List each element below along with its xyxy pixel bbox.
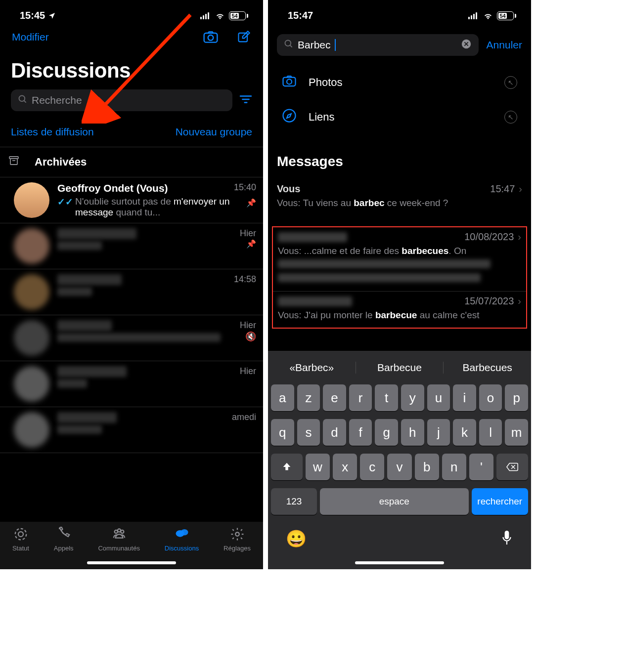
suggestion[interactable]: Barbecue (356, 362, 444, 374)
key-i[interactable]: i (453, 384, 476, 411)
tab-statut[interactable]: Statut (12, 527, 29, 552)
key-a[interactable]: a (271, 384, 294, 411)
avatar (14, 274, 49, 310)
home-indicator[interactable] (87, 561, 176, 564)
key-w[interactable]: w (306, 454, 330, 480)
key-y[interactable]: y (401, 384, 424, 411)
archived-row[interactable]: Archivées (0, 147, 263, 177)
search-input[interactable]: Recherche (11, 89, 232, 111)
chat-row[interactable]: amedi (0, 407, 263, 453)
svg-rect-0 (200, 17, 202, 19)
wifi-icon (483, 12, 493, 19)
key-h[interactable]: h (401, 419, 424, 446)
chat-row[interactable]: Hier 📌 (0, 223, 263, 269)
key-d[interactable]: d (323, 419, 346, 446)
svg-point-22 (235, 532, 239, 536)
key-u[interactable]: u (427, 384, 450, 411)
key-b[interactable]: b (415, 454, 439, 480)
svg-rect-35 (505, 531, 509, 539)
svg-rect-1 (203, 15, 204, 19)
key-n[interactable]: n (442, 454, 466, 480)
camera-icon (282, 75, 297, 90)
svg-point-15 (18, 532, 23, 537)
key-search[interactable]: rechercher (472, 488, 528, 515)
key-v[interactable]: v (387, 454, 411, 480)
mic-button[interactable] (500, 529, 513, 548)
key-apos[interactable]: ' (469, 454, 493, 480)
key-t[interactable]: t (375, 384, 398, 411)
key-l[interactable]: l (479, 419, 502, 446)
result-name-blurred (278, 296, 352, 306)
avatar (14, 412, 49, 448)
avatar (14, 182, 49, 218)
chat-name-blurred (57, 366, 127, 377)
key-g[interactable]: g (375, 419, 398, 446)
battery-icon: 54 (497, 11, 516, 20)
svg-rect-2 (205, 14, 207, 19)
key-f[interactable]: f (349, 419, 372, 446)
settings-icon (229, 527, 245, 542)
key-delete[interactable] (496, 454, 528, 480)
status-bar: 15:47 54 (268, 0, 531, 25)
key-c[interactable]: c (360, 454, 384, 480)
chat-row[interactable]: Geoffroy Ondet (Vous) 15:40 ✓✓ N'oublie … (0, 177, 263, 223)
cancel-button[interactable]: Annuler (487, 39, 522, 51)
new-group-button[interactable]: Nouveau groupe (176, 126, 252, 138)
signal-icon (468, 12, 479, 19)
chat-row[interactable]: 14:58 (0, 269, 263, 315)
avatar (14, 228, 49, 264)
text-cursor (335, 39, 336, 51)
key-s[interactable]: s (297, 419, 320, 446)
chat-list: Archivées Geoffroy Ondet (Vous) 15:40 ✓✓… (0, 147, 263, 453)
chat-name-blurred (57, 274, 122, 285)
chat-row[interactable]: Hier 🔇 (0, 315, 263, 361)
key-shift[interactable] (271, 454, 303, 480)
search-result[interactable]: 10/08/2023 › Vous: ...calme et de faire … (273, 227, 526, 291)
suggestion[interactable]: Barbecues (444, 362, 531, 374)
tab-appels[interactable]: Appels (54, 527, 74, 552)
status-bar: 15:45 54 (0, 0, 263, 25)
filter-liens[interactable]: Liens ↖ (277, 99, 522, 135)
tab-bar: Statut Appels Communautés Discussions Ré… (0, 522, 263, 569)
search-result[interactable]: 15/07/2023 › Vous: J'ai pu monter le bar… (273, 291, 526, 328)
compose-icon[interactable] (236, 30, 251, 44)
tab-discussions[interactable]: Discussions (165, 527, 199, 552)
chat-row[interactable]: Hier (0, 361, 263, 407)
search-result[interactable]: Vous 15:47 › Vous: Tu viens au barbec ce… (268, 178, 531, 216)
key-e[interactable]: e (323, 384, 346, 411)
key-p[interactable]: p (505, 384, 528, 411)
emoji-button[interactable]: 😀 (286, 529, 307, 548)
tab-communautes[interactable]: Communautés (98, 527, 140, 552)
filter-photos[interactable]: Photos ↖ (277, 66, 522, 99)
search-input[interactable]: Barbec (277, 34, 479, 56)
key-k[interactable]: k (453, 419, 476, 446)
location-icon (48, 12, 56, 20)
key-space[interactable]: espace (320, 488, 469, 515)
clear-icon[interactable] (461, 39, 472, 52)
svg-point-7 (19, 95, 25, 101)
home-indicator[interactable] (355, 561, 444, 564)
search-placeholder: Recherche (32, 94, 82, 106)
edit-button[interactable]: Modifier (12, 31, 49, 43)
key-z[interactable]: z (297, 384, 320, 411)
key-123[interactable]: 123 (271, 488, 317, 515)
key-o[interactable]: o (479, 384, 502, 411)
key-m[interactable]: m (505, 419, 528, 446)
chat-time: amedi (232, 412, 256, 422)
suggestion[interactable]: «Barbec» (268, 362, 356, 374)
chat-time: 15:40 (234, 182, 256, 193)
battery-icon: 54 (229, 11, 248, 20)
avatar (14, 320, 49, 356)
svg-line-8 (24, 100, 26, 102)
tab-reglages[interactable]: Réglages (223, 527, 251, 552)
filter-icon[interactable] (239, 94, 252, 106)
broadcast-lists-button[interactable]: Listes de diffusion (11, 126, 94, 138)
communities-icon (111, 527, 127, 542)
key-j[interactable]: j (427, 419, 450, 446)
key-r[interactable]: r (349, 384, 372, 411)
key-q[interactable]: q (271, 419, 294, 446)
result-name-blurred (278, 232, 347, 242)
key-x[interactable]: x (333, 454, 357, 480)
camera-icon[interactable] (203, 30, 219, 44)
svg-point-19 (118, 529, 121, 532)
